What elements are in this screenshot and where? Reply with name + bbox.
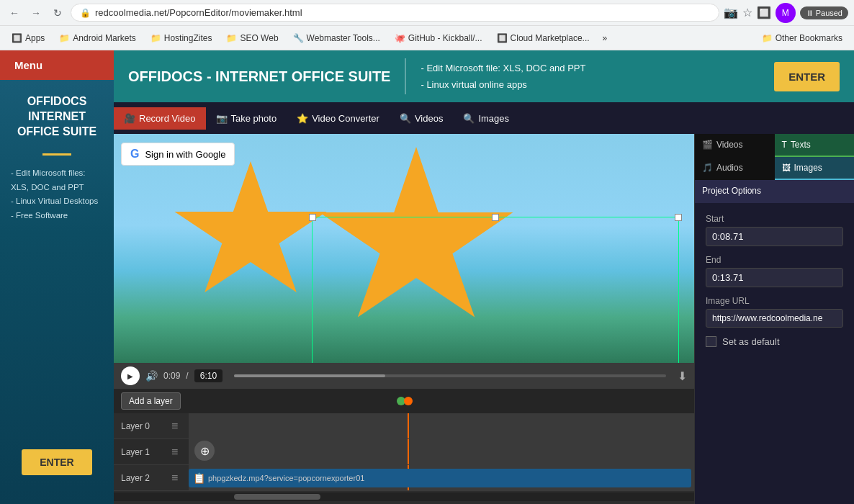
photo-icon: 📷 (216, 113, 228, 124)
play-button[interactable]: ▶ (121, 366, 140, 385)
canvas-viewport[interactable]: G Sign in with Google (114, 134, 694, 363)
forward-button[interactable]: → (27, 4, 45, 22)
clip-icon: 📋 (193, 472, 205, 484)
ad-divider (405, 58, 406, 94)
expand-icon[interactable]: ⬇ (678, 369, 687, 383)
end-input[interactable] (706, 268, 843, 287)
start-input[interactable] (706, 227, 843, 246)
videos-button[interactable]: 🔍 Videos (390, 107, 454, 130)
selection-box[interactable] (312, 217, 679, 363)
camera-icon: 📷 (724, 6, 738, 19)
timeline-header: Add a layer (114, 389, 694, 413)
handle-top-left[interactable] (309, 214, 316, 221)
handle-top-right[interactable] (675, 214, 682, 221)
images-icon: 🔍 (463, 113, 475, 124)
layer-row-0: Layer 0 ≡ (114, 413, 694, 439)
ad-enter-button[interactable]: ENTER (774, 62, 840, 91)
bookmark-cloud[interactable]: 🔲 Cloud Marketplace... (491, 31, 595, 45)
menu-button[interactable]: Menu (0, 50, 114, 80)
layer-2-clip[interactable]: 📋 phpgzkedz.mp4?service=popcornexporter0… (189, 469, 691, 487)
url-text: redcoolmedia.net/PopcornEditor/moviemake… (95, 7, 302, 18)
bookmark-github[interactable]: 🐙 GitHub - Kickball/... (389, 31, 488, 45)
layer-1-menu[interactable]: ≡ (171, 446, 189, 459)
bookmark-other[interactable]: 📁 Other Bookmarks (756, 31, 848, 45)
layer-2-menu[interactable]: ≡ (171, 472, 189, 485)
bookmarks-bar: 🔲 Apps 📁 Android Markets 📁 HostingZites … (0, 26, 854, 50)
timeline-area: Add a layer Layer 0 ≡ (114, 389, 694, 504)
folder-icon-2: 📁 (150, 33, 161, 43)
ad-banner: OFFIDOCS - INTERNET OFFICE SUITE - Edit … (114, 50, 854, 102)
record-video-button[interactable]: 🎥 Record Video (114, 107, 206, 130)
clip-filename: phpgzkedz.mp4?service=popcornexporter01 (208, 474, 364, 482)
sidebar-enter-button[interactable]: ENTER (22, 449, 91, 475)
tab-audios[interactable]: 🎵 Audios (695, 157, 775, 180)
search-icon: 🔍 (400, 113, 411, 124)
browser-bar: ← → ↻ 🔒 redcoolmedia.net/PopcornEditor/m… (0, 0, 854, 26)
playhead-orange (404, 397, 413, 405)
set-default-row: Set as default (706, 336, 843, 347)
apps-icon: 🔲 (12, 33, 22, 43)
tab-project[interactable]: Project Options (695, 180, 854, 203)
start-label: Start (706, 214, 843, 224)
set-default-checkbox[interactable] (706, 336, 716, 347)
star-left (171, 161, 330, 305)
layer-1-marker[interactable]: ⊕ (194, 441, 215, 461)
reload-button[interactable]: ↻ (49, 4, 66, 22)
google-g-icon: G (130, 148, 139, 161)
bookmark-webmaster[interactable]: 🔧 Webmaster Tools... (287, 31, 386, 45)
tab-videos[interactable]: 🎬 Videos (695, 134, 775, 157)
profile-icon: M (776, 3, 796, 23)
take-photo-button[interactable]: 📷 Take photo (206, 107, 287, 130)
bookmark-apps[interactable]: 🔲 Apps (6, 31, 50, 45)
end-label: End (706, 255, 843, 265)
folder-icon: 📁 (59, 33, 70, 43)
more-bookmarks[interactable]: » (598, 31, 612, 45)
playhead-line-0 (408, 413, 409, 438)
layer-0-track (189, 413, 694, 438)
bookmark-hosting[interactable]: 📁 HostingZites (145, 31, 218, 45)
lock-icon: 🔒 (80, 8, 91, 18)
bookmark-seo[interactable]: 📁 SEO Web (220, 31, 284, 45)
image-url-label: Image URL (706, 296, 843, 306)
handle-top-center[interactable] (492, 214, 499, 221)
playhead-line-1 (408, 439, 409, 464)
main-content: OFFIDOCS - INTERNET OFFICE SUITE - Edit … (114, 50, 854, 504)
extensions-icon: 🔲 (757, 6, 771, 19)
star-icon: ⭐ (297, 113, 308, 124)
cloud-icon: 🔲 (497, 33, 508, 43)
sidebar-features: - Edit Microsoft files: XLS, DOC and PPT… (11, 166, 103, 222)
video-converter-button[interactable]: ⭐ Video Converter (287, 107, 390, 130)
toolbar: 🎥 Record Video 📷 Take photo ⭐ Video Conv… (114, 102, 854, 134)
tab-texts[interactable]: T Texts (775, 134, 855, 157)
left-sidebar: Menu OFFIDOCS INTERNET OFFICE SUITE - Ed… (0, 50, 114, 504)
right-panel: 🎬 Videos T Texts 🎵 Audios 🖼 Images (694, 134, 854, 504)
timeline-scrollbar[interactable] (114, 492, 694, 501)
tools-icon: 🔧 (293, 33, 304, 43)
tab-images[interactable]: 🖼 Images (775, 157, 855, 180)
editor-area: G Sign in with Google (114, 134, 854, 504)
github-icon: 🐙 (395, 33, 405, 43)
address-bar[interactable]: 🔒 redcoolmedia.net/PopcornEditor/moviema… (71, 4, 719, 22)
time-current: 0:09 (163, 371, 180, 381)
images-button[interactable]: 🔍 Images (453, 107, 519, 130)
videos-tab-icon: 🎬 (702, 140, 713, 150)
ad-logo: OFFIDOCS - INTERNET OFFICE SUITE (128, 68, 390, 85)
images-tab-icon: 🖼 (782, 163, 791, 173)
back-button[interactable]: ← (6, 4, 23, 22)
google-signin-button[interactable]: G Sign in with Google (121, 143, 235, 166)
record-icon: 🎥 (124, 113, 135, 124)
layer-row-1: Layer 1 ≡ ⊕ (114, 439, 694, 465)
folder-icon-other: 📁 (762, 33, 773, 43)
time-badge: 6:10 (194, 369, 223, 382)
ad-features: - Edit Microsoft file: XLS, DOC and PPT … (421, 60, 760, 94)
layer-0-menu[interactable]: ≡ (171, 420, 189, 433)
bookmark-icon: ☆ (742, 6, 752, 19)
add-layer-button[interactable]: Add a layer (121, 392, 181, 410)
sidebar-divider (42, 153, 71, 156)
bookmark-android[interactable]: 📁 Android Markets (53, 31, 141, 45)
video-canvas: G Sign in with Google (114, 134, 694, 504)
panel-tabs: 🎬 Videos T Texts 🎵 Audios 🖼 Images (695, 134, 854, 203)
folder-icon-3: 📁 (226, 33, 237, 43)
volume-icon: 🔊 (145, 370, 158, 382)
layer-2-track: 📋 phpgzkedz.mp4?service=popcornexporter0… (189, 465, 694, 490)
